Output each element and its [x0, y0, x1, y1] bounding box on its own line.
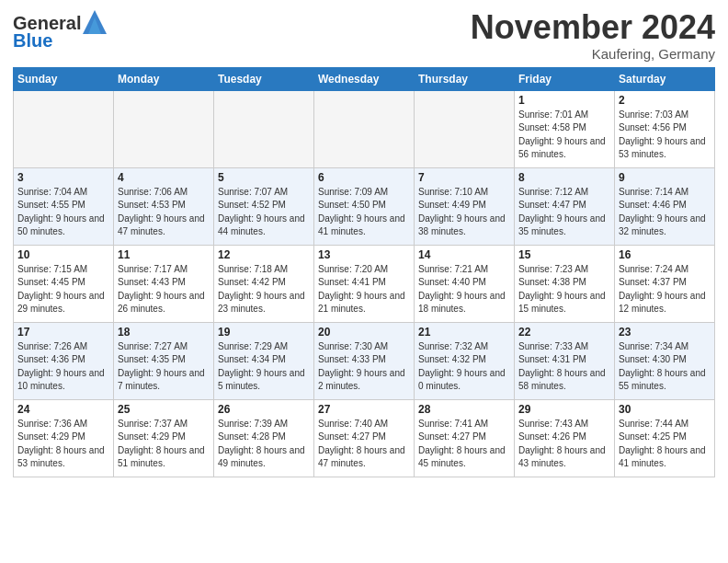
- calendar-day-cell: 28Sunrise: 7:41 AM Sunset: 4:27 PM Dayli…: [415, 399, 515, 477]
- day-info: Sunrise: 7:20 AM Sunset: 4:41 PM Dayligh…: [318, 263, 410, 316]
- calendar-week-row: 3Sunrise: 7:04 AM Sunset: 4:55 PM Daylig…: [14, 167, 715, 245]
- page-container: General Blue November 2024 Kaufering, Ge…: [0, 0, 728, 563]
- col-wednesday: Wednesday: [314, 67, 415, 90]
- day-number: 17: [17, 326, 109, 339]
- location: Kaufering, Germany: [471, 46, 715, 62]
- day-info: Sunrise: 7:06 AM Sunset: 4:53 PM Dayligh…: [118, 186, 210, 239]
- calendar-week-row: 10Sunrise: 7:15 AM Sunset: 4:45 PM Dayli…: [14, 245, 715, 322]
- day-number: 3: [17, 171, 109, 184]
- logo-icon: [83, 10, 107, 34]
- day-info: Sunrise: 7:15 AM Sunset: 4:45 PM Dayligh…: [17, 263, 109, 316]
- day-number: 12: [218, 248, 310, 261]
- day-number: 11: [118, 248, 210, 261]
- day-number: 7: [418, 171, 510, 184]
- day-number: 4: [118, 171, 210, 184]
- day-number: 26: [218, 403, 310, 416]
- title-block: November 2024 Kaufering, Germany: [471, 9, 715, 62]
- day-number: 13: [318, 248, 410, 261]
- day-info: Sunrise: 7:01 AM Sunset: 4:58 PM Dayligh…: [518, 109, 610, 162]
- day-number: 20: [318, 326, 410, 339]
- day-number: 15: [518, 248, 610, 261]
- day-info: Sunrise: 7:24 AM Sunset: 4:37 PM Dayligh…: [619, 263, 711, 316]
- logo-blue: Blue: [13, 30, 52, 52]
- day-info: Sunrise: 7:29 AM Sunset: 4:34 PM Dayligh…: [218, 340, 310, 394]
- calendar-day-cell: 15Sunrise: 7:23 AM Sunset: 4:38 PM Dayli…: [515, 245, 615, 322]
- day-number: 9: [619, 171, 711, 184]
- calendar-day-cell: 26Sunrise: 7:39 AM Sunset: 4:28 PM Dayli…: [214, 399, 314, 477]
- calendar-day-cell: 14Sunrise: 7:21 AM Sunset: 4:40 PM Dayli…: [415, 245, 515, 322]
- calendar-day-cell: [415, 90, 515, 167]
- day-info: Sunrise: 7:04 AM Sunset: 4:55 PM Dayligh…: [17, 186, 109, 239]
- day-number: 21: [418, 326, 510, 339]
- day-info: Sunrise: 7:40 AM Sunset: 4:27 PM Dayligh…: [318, 418, 410, 471]
- col-tuesday: Tuesday: [214, 67, 314, 90]
- col-saturday: Saturday: [615, 67, 715, 90]
- day-info: Sunrise: 7:23 AM Sunset: 4:38 PM Dayligh…: [518, 263, 610, 316]
- day-number: 16: [619, 248, 711, 261]
- calendar-header-row: Sunday Monday Tuesday Wednesday Thursday…: [14, 67, 715, 90]
- day-info: Sunrise: 7:37 AM Sunset: 4:29 PM Dayligh…: [118, 418, 210, 471]
- day-info: Sunrise: 7:12 AM Sunset: 4:47 PM Dayligh…: [518, 186, 610, 239]
- calendar-day-cell: [14, 90, 114, 167]
- calendar-day-cell: [314, 90, 415, 167]
- day-number: 10: [17, 248, 109, 261]
- calendar-day-cell: 8Sunrise: 7:12 AM Sunset: 4:47 PM Daylig…: [515, 167, 615, 245]
- day-number: 19: [218, 326, 310, 339]
- day-info: Sunrise: 7:10 AM Sunset: 4:49 PM Dayligh…: [418, 186, 510, 239]
- calendar-day-cell: 22Sunrise: 7:33 AM Sunset: 4:31 PM Dayli…: [515, 322, 615, 399]
- col-friday: Friday: [515, 67, 615, 90]
- col-monday: Monday: [114, 67, 214, 90]
- day-number: 5: [218, 171, 310, 184]
- calendar-day-cell: 9Sunrise: 7:14 AM Sunset: 4:46 PM Daylig…: [615, 167, 715, 245]
- calendar-week-row: 24Sunrise: 7:36 AM Sunset: 4:29 PM Dayli…: [14, 399, 715, 477]
- day-number: 28: [418, 403, 510, 416]
- day-info: Sunrise: 7:14 AM Sunset: 4:46 PM Dayligh…: [619, 186, 711, 239]
- day-info: Sunrise: 7:44 AM Sunset: 4:25 PM Dayligh…: [619, 418, 711, 471]
- calendar-day-cell: 4Sunrise: 7:06 AM Sunset: 4:53 PM Daylig…: [114, 167, 214, 245]
- calendar-day-cell: 13Sunrise: 7:20 AM Sunset: 4:41 PM Dayli…: [314, 245, 415, 322]
- day-number: 22: [518, 326, 610, 339]
- calendar-table: Sunday Monday Tuesday Wednesday Thursday…: [13, 67, 715, 477]
- calendar-day-cell: 11Sunrise: 7:17 AM Sunset: 4:43 PM Dayli…: [114, 245, 214, 322]
- day-number: 2: [619, 94, 711, 107]
- day-number: 23: [619, 326, 711, 339]
- day-info: Sunrise: 7:03 AM Sunset: 4:56 PM Dayligh…: [619, 109, 711, 162]
- day-info: Sunrise: 7:32 AM Sunset: 4:32 PM Dayligh…: [418, 340, 510, 394]
- calendar-day-cell: 16Sunrise: 7:24 AM Sunset: 4:37 PM Dayli…: [615, 245, 715, 322]
- day-number: 24: [17, 403, 109, 416]
- calendar-day-cell: 6Sunrise: 7:09 AM Sunset: 4:50 PM Daylig…: [314, 167, 415, 245]
- calendar-day-cell: 27Sunrise: 7:40 AM Sunset: 4:27 PM Dayli…: [314, 399, 415, 477]
- calendar-day-cell: 19Sunrise: 7:29 AM Sunset: 4:34 PM Dayli…: [214, 322, 314, 399]
- day-info: Sunrise: 7:36 AM Sunset: 4:29 PM Dayligh…: [17, 418, 109, 471]
- calendar-day-cell: [214, 90, 314, 167]
- day-info: Sunrise: 7:30 AM Sunset: 4:33 PM Dayligh…: [318, 340, 410, 394]
- calendar-day-cell: 23Sunrise: 7:34 AM Sunset: 4:30 PM Dayli…: [615, 322, 715, 399]
- day-info: Sunrise: 7:17 AM Sunset: 4:43 PM Dayligh…: [118, 263, 210, 316]
- calendar-day-cell: 3Sunrise: 7:04 AM Sunset: 4:55 PM Daylig…: [14, 167, 114, 245]
- day-number: 1: [518, 94, 610, 107]
- day-info: Sunrise: 7:07 AM Sunset: 4:52 PM Dayligh…: [218, 186, 310, 239]
- day-number: 29: [518, 403, 610, 416]
- day-number: 18: [118, 326, 210, 339]
- calendar-day-cell: 20Sunrise: 7:30 AM Sunset: 4:33 PM Dayli…: [314, 322, 415, 399]
- calendar-day-cell: 18Sunrise: 7:27 AM Sunset: 4:35 PM Dayli…: [114, 322, 214, 399]
- day-number: 25: [118, 403, 210, 416]
- col-sunday: Sunday: [14, 67, 114, 90]
- day-number: 30: [619, 403, 711, 416]
- calendar-day-cell: 29Sunrise: 7:43 AM Sunset: 4:26 PM Dayli…: [515, 399, 615, 477]
- day-number: 14: [418, 248, 510, 261]
- day-info: Sunrise: 7:27 AM Sunset: 4:35 PM Dayligh…: [118, 340, 210, 394]
- day-info: Sunrise: 7:33 AM Sunset: 4:31 PM Dayligh…: [518, 340, 610, 394]
- day-info: Sunrise: 7:43 AM Sunset: 4:26 PM Dayligh…: [518, 418, 610, 471]
- calendar-day-cell: 12Sunrise: 7:18 AM Sunset: 4:42 PM Dayli…: [214, 245, 314, 322]
- month-title: November 2024: [471, 9, 715, 46]
- calendar-day-cell: 25Sunrise: 7:37 AM Sunset: 4:29 PM Dayli…: [114, 399, 214, 477]
- day-info: Sunrise: 7:09 AM Sunset: 4:50 PM Dayligh…: [318, 186, 410, 239]
- day-info: Sunrise: 7:39 AM Sunset: 4:28 PM Dayligh…: [218, 418, 310, 471]
- calendar-day-cell: 5Sunrise: 7:07 AM Sunset: 4:52 PM Daylig…: [214, 167, 314, 245]
- calendar-day-cell: 17Sunrise: 7:26 AM Sunset: 4:36 PM Dayli…: [14, 322, 114, 399]
- calendar-day-cell: 30Sunrise: 7:44 AM Sunset: 4:25 PM Dayli…: [615, 399, 715, 477]
- calendar-week-row: 1Sunrise: 7:01 AM Sunset: 4:58 PM Daylig…: [14, 90, 715, 167]
- day-info: Sunrise: 7:18 AM Sunset: 4:42 PM Dayligh…: [218, 263, 310, 316]
- day-info: Sunrise: 7:26 AM Sunset: 4:36 PM Dayligh…: [17, 340, 109, 394]
